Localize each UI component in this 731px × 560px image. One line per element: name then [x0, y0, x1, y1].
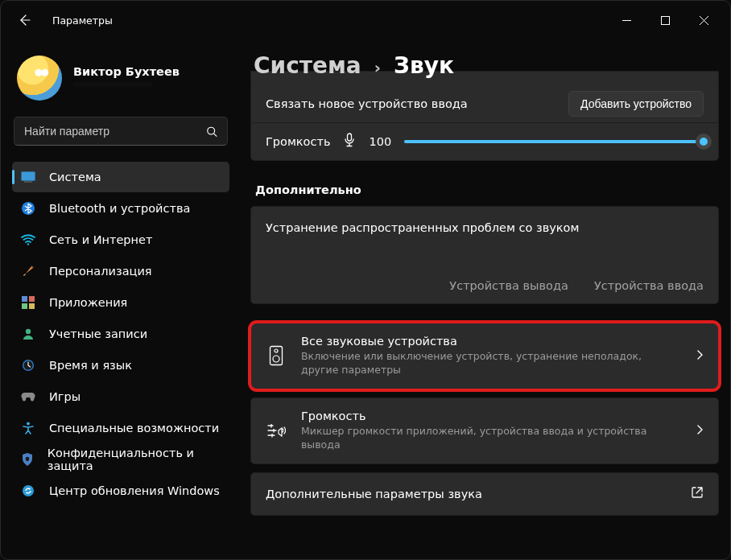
- breadcrumb-current: Звук: [394, 52, 454, 79]
- search-icon: [206, 126, 217, 138]
- add-device-button[interactable]: Добавить устройство: [568, 91, 704, 117]
- setting-title: Громкость: [301, 410, 681, 422]
- accessibility-icon: [20, 420, 36, 436]
- svg-point-20: [273, 356, 279, 362]
- nav-label: Центр обновления Windows: [49, 484, 220, 497]
- back-button[interactable]: [14, 9, 36, 31]
- input-device-card: Связать новое устройство ввода Добавить …: [250, 71, 719, 161]
- nav-label: Bluetooth и устройства: [49, 202, 190, 215]
- nav-accounts[interactable]: Учетные записи: [12, 319, 229, 349]
- clock-icon: [20, 357, 36, 373]
- chevron-right-icon: [696, 348, 704, 364]
- chevron-right-icon: ›: [374, 58, 381, 77]
- nav-windows-update[interactable]: Центр обновления Windows: [12, 476, 229, 506]
- volume-label: Громкость: [266, 135, 330, 148]
- nav-list: Система Bluetooth и устройства Сеть и Ин…: [12, 162, 229, 506]
- microphone-icon[interactable]: [343, 133, 356, 150]
- apps-icon: [20, 294, 36, 311]
- pair-device-row: Связать новое устройство ввода Добавить …: [251, 84, 718, 123]
- input-volume-row: Громкость 100: [251, 123, 718, 160]
- nav-time-language[interactable]: Время и язык: [12, 350, 229, 381]
- chevron-right-icon: [696, 423, 704, 439]
- svg-rect-9: [29, 303, 35, 309]
- mixer-icon: [266, 422, 287, 439]
- app-title: Параметры: [52, 14, 113, 27]
- close-icon: [700, 16, 708, 25]
- shield-icon: [20, 451, 35, 467]
- troubleshoot-title: Устранение распространенных проблем со з…: [266, 221, 704, 234]
- system-icon: [20, 169, 36, 185]
- minimize-button[interactable]: [608, 7, 645, 33]
- nav-label: Сеть и Интернет: [49, 233, 152, 246]
- wifi-icon: [20, 232, 36, 248]
- nav-personalization[interactable]: Персонализация: [12, 256, 229, 286]
- sidebar: Виктор Бухтеев ························ …: [1, 39, 241, 559]
- svg-rect-7: [29, 296, 35, 302]
- svg-point-16: [23, 485, 34, 496]
- nav-system[interactable]: Система: [12, 162, 229, 192]
- speaker-device-icon: [266, 345, 287, 366]
- svg-rect-3: [24, 182, 32, 183]
- nav-privacy[interactable]: Конфиденциальность и защита: [12, 444, 229, 475]
- minimize-icon: [622, 16, 631, 25]
- nav-bluetooth[interactable]: Bluetooth и устройства: [12, 193, 229, 224]
- input-devices-link[interactable]: Устройства ввода: [594, 279, 704, 292]
- bluetooth-icon: [20, 200, 36, 216]
- search-input[interactable]: [24, 125, 206, 138]
- titlebar: Параметры: [1, 1, 730, 39]
- user-email: ························: [73, 80, 180, 91]
- svg-rect-6: [22, 296, 27, 302]
- nav-label: Игры: [49, 390, 81, 403]
- all-sound-devices-row[interactable]: Все звуковые устройства Включение или вы…: [250, 323, 719, 389]
- open-external-icon: [691, 486, 704, 502]
- svg-rect-15: [26, 459, 28, 461]
- svg-point-13: [27, 422, 30, 426]
- main-content: Система › Звук Связать новое устройство …: [241, 39, 730, 559]
- nav-apps[interactable]: Приложения: [12, 287, 229, 318]
- pair-device-label: Связать новое устройство ввода: [266, 97, 468, 110]
- gamepad-icon: [20, 389, 36, 405]
- output-devices-link[interactable]: Устройства вывода: [449, 279, 568, 292]
- nav-label: Приложения: [49, 296, 127, 309]
- breadcrumb-parent[interactable]: Система: [254, 52, 361, 79]
- nav-label: Учетные записи: [49, 327, 147, 340]
- svg-point-10: [26, 329, 31, 334]
- setting-title: Дополнительные параметры звука: [266, 488, 676, 500]
- svg-rect-17: [348, 134, 352, 141]
- close-button[interactable]: [685, 7, 722, 33]
- nav-network[interactable]: Сеть и Интернет: [12, 224, 229, 255]
- volume-value: 100: [369, 135, 391, 148]
- svg-rect-0: [661, 16, 669, 24]
- nav-gaming[interactable]: Игры: [12, 381, 229, 412]
- more-sound-settings-row[interactable]: Дополнительные параметры звука: [250, 472, 719, 516]
- nav-label: Персонализация: [49, 265, 152, 278]
- arrow-left-icon: [19, 14, 31, 27]
- setting-title: Все звуковые устройства: [301, 335, 681, 348]
- svg-rect-2: [22, 172, 35, 181]
- nav-label: Специальные возможности: [49, 422, 219, 434]
- svg-point-19: [275, 349, 278, 352]
- brush-icon: [20, 263, 36, 279]
- nav-accessibility[interactable]: Специальные возможности: [12, 413, 229, 443]
- svg-point-1: [208, 127, 215, 134]
- volume-slider[interactable]: [404, 134, 704, 149]
- troubleshoot-card: Устранение распространенных проблем со з…: [250, 206, 719, 304]
- setting-subtitle: Микшер громкости приложений, устройства …: [301, 425, 681, 452]
- avatar: [17, 56, 62, 101]
- volume-mixer-row[interactable]: Громкость Микшер громкости приложений, у…: [250, 397, 719, 464]
- nav-label: Система: [49, 171, 101, 183]
- svg-point-5: [27, 243, 29, 245]
- update-icon: [20, 483, 36, 499]
- nav-label: Время и язык: [49, 359, 132, 372]
- nav-label: Конфиденциальность и защита: [47, 447, 221, 472]
- maximize-button[interactable]: [646, 7, 684, 33]
- maximize-icon: [661, 16, 670, 25]
- section-more-heading: Дополнительно: [255, 183, 719, 196]
- user-name: Виктор Бухтеев: [73, 65, 180, 78]
- search-box[interactable]: [14, 117, 228, 146]
- user-icon: [20, 326, 36, 342]
- setting-subtitle: Включение или выключение устройств, устр…: [301, 350, 681, 377]
- svg-rect-8: [22, 303, 27, 309]
- user-account[interactable]: Виктор Бухтеев ························: [12, 47, 229, 113]
